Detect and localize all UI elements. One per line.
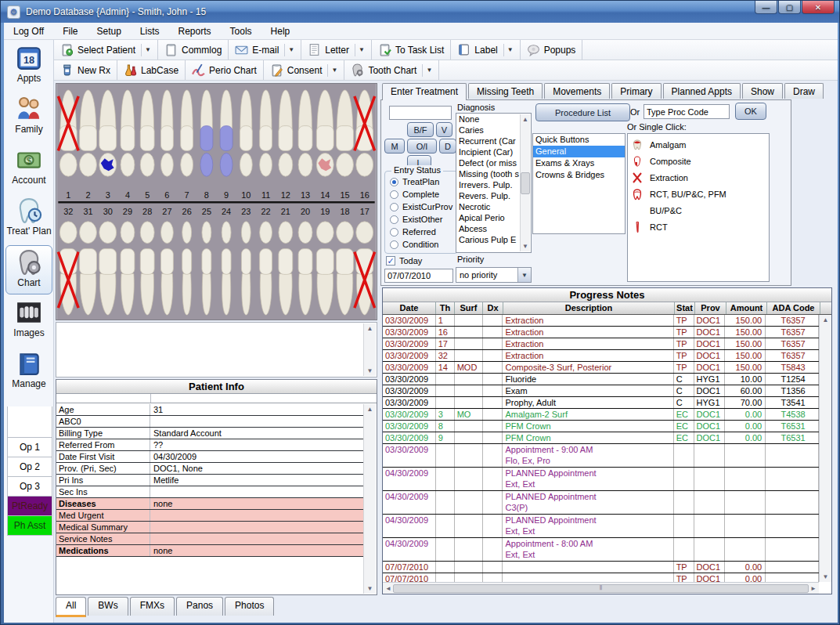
ok-button[interactable]: OK [735, 103, 766, 120]
chevron-down-icon[interactable]: ▼ [355, 44, 365, 56]
progress-note-row[interactable]: 07/07/2010TPDOC10.00 [383, 573, 819, 582]
popups-button[interactable]: Popups [521, 40, 583, 60]
image-tab-bws[interactable]: BWs [88, 597, 128, 616]
progress-note-row[interactable]: 03/30/2009FluorideCHYG110.00T1254 [383, 374, 819, 385]
patient-info-row-service-notes[interactable]: Service Notes [56, 533, 364, 545]
progress-note-row[interactable]: 03/30/20093MOAmalgam-2 SurfECDOC10.00T45… [383, 409, 819, 421]
progress-note-row[interactable]: 03/30/20098PFM CrownECDOC10.00T6531 [383, 421, 819, 432]
column-header-surf[interactable]: Surf [455, 302, 483, 314]
diagnosis-item[interactable]: Caries [456, 125, 521, 135]
patient-info-row-billing-type[interactable]: Billing TypeStandard Account [56, 428, 364, 439]
menu-setup[interactable]: Setup [87, 23, 130, 40]
chevron-down-icon[interactable]: ▼ [141, 44, 151, 56]
category-item[interactable]: Exams & Xrays [533, 157, 625, 169]
diagnosis-scrollbar[interactable]: ▲ ▼ [520, 114, 530, 251]
label-button[interactable]: Label▼ [451, 40, 520, 60]
radio-dot[interactable] [390, 203, 398, 211]
scroll-left-icon[interactable]: ◄ [385, 585, 391, 592]
column-header-ada-code[interactable]: ADA Code [767, 302, 820, 314]
radio-dot[interactable] [390, 228, 398, 237]
scroll-down-icon[interactable]: ▼ [367, 583, 373, 594]
appointments-scrollbar[interactable]: ▲ ▼ [363, 323, 376, 376]
progress-note-row[interactable]: 04/30/2009PLANNED Appointment Ext, Ext [383, 515, 819, 538]
diagnosis-item[interactable]: Necrotic [456, 201, 521, 212]
status-button-ptready[interactable]: PtReady [7, 497, 52, 516]
maximize-button[interactable]: ▢ [778, 1, 801, 14]
to-task-list-button[interactable]: To Task List [372, 40, 451, 60]
column-header-date[interactable]: Date [383, 302, 436, 314]
select-patient-button[interactable]: Select Patient▼ [54, 40, 158, 60]
perio-chart-button[interactable]: Perio Chart [186, 60, 264, 80]
column-header-dx[interactable]: Dx [483, 302, 503, 314]
labcase-button[interactable]: LabCase [117, 60, 186, 80]
radio-dot[interactable] [390, 215, 398, 224]
op-button-op3[interactable]: Op 3 [7, 477, 52, 497]
date-input[interactable] [384, 269, 453, 283]
menu-log-off[interactable]: Log Off [4, 23, 53, 40]
chevron-down-icon[interactable]: ▼ [422, 64, 432, 77]
patient-info-row-medical-summary[interactable]: Medical Summary [56, 522, 364, 533]
diagnosis-item[interactable]: Abcess [456, 223, 521, 234]
menu-file[interactable]: File [53, 23, 87, 40]
progress-note-row[interactable]: 03/30/200932ExtractionTPDOC1150.00T6357 [383, 350, 819, 362]
surface-button-bf[interactable]: B/F [407, 122, 434, 137]
new-rx-button[interactable]: New Rx [54, 60, 117, 80]
surface-button-d[interactable]: D [439, 139, 456, 154]
image-tab-fmxs[interactable]: FMXs [130, 597, 175, 616]
tab-primary[interactable]: Primary [611, 83, 661, 99]
progress-note-row[interactable]: 07/07/2010TPDOC10.00 [383, 562, 819, 573]
quick-button-rct-bu-p-c-pfm[interactable]: RCT, BU/P&C, PFM [628, 186, 769, 202]
radio-existother[interactable]: ExistOther [385, 213, 457, 226]
consent-button[interactable]: Consent▼ [264, 60, 345, 80]
tooth-chart[interactable]: 1234567891011121314151632313029282726252… [56, 83, 377, 320]
op-button-op1[interactable]: Op 1 [7, 438, 52, 457]
diagnosis-item[interactable]: Apical Perio [456, 212, 521, 223]
today-checkbox[interactable]: ✓ [386, 256, 395, 266]
progress-note-row[interactable]: 04/30/2009PLANNED Appointment Ext, Ext [383, 468, 819, 491]
progress-notes-vscrollbar[interactable]: ▲ ▼ [819, 315, 831, 582]
tooth-chart-button[interactable]: Tooth Chart▼ [344, 60, 439, 80]
patient-info-row-medications[interactable]: Medicationsnone [56, 545, 364, 557]
progress-note-row[interactable]: 03/30/200917ExtractionTPDOC1150.00T6357 [383, 338, 819, 350]
diagnosis-item[interactable]: None [456, 114, 521, 125]
chevron-down-icon[interactable]: ▼ [517, 268, 531, 282]
radio-complete[interactable]: Complete [385, 188, 457, 201]
menu-lists[interactable]: Lists [131, 23, 169, 40]
patient-info-row-abc0[interactable]: ABC0 [56, 416, 364, 428]
diagnosis-item[interactable]: Missing (tooth s [456, 168, 521, 179]
diagnosis-item[interactable]: Carious Pulp E [456, 234, 521, 245]
column-header-description[interactable]: Description [503, 302, 675, 314]
patient-info-row-pri-ins[interactable]: Pri InsMetlife [56, 475, 364, 486]
progress-note-row[interactable]: 03/30/20099PFM CrownECDOC10.00T6531 [383, 432, 819, 444]
progress-notes-hscrollbar[interactable]: ◄ ⦀ ► [383, 582, 819, 594]
patient-info-row-sec-ins[interactable]: Sec Ins [56, 486, 364, 498]
letter-button[interactable]: Letter▼ [301, 40, 372, 60]
diagnosis-item[interactable]: Defect (or miss [456, 157, 521, 168]
column-header-prov[interactable]: Prov [695, 302, 726, 314]
radio-condition[interactable]: Condition [385, 238, 457, 251]
quick-button-composite[interactable]: Composite [628, 153, 769, 169]
scroll-right-icon[interactable]: ► [810, 585, 817, 592]
progress-note-row[interactable]: 03/30/200914MODComposite-3 Surf, Posteri… [383, 362, 819, 374]
scroll-down-icon[interactable]: ▼ [823, 572, 829, 582]
progress-note-row[interactable]: 04/30/2009Appointment - 8:00 AM Ext, Ext [383, 538, 819, 562]
quick-button-rct[interactable]: RCT [628, 219, 769, 235]
sidebar-module-chart[interactable]: Chart [5, 245, 52, 294]
progress-note-row[interactable]: 04/30/2009PLANNED Appointment C3(P) [383, 491, 819, 515]
surface-button-m[interactable]: M [384, 139, 405, 154]
patient-info-row-age[interactable]: Age31 [56, 404, 364, 416]
quick-buttons-list[interactable]: AmalgamCompositeExtractionRCT, BU/P&C, P… [627, 133, 770, 282]
image-tab-panos[interactable]: Panos [176, 597, 223, 616]
menu-reports[interactable]: Reports [169, 23, 221, 40]
patient-info-scrollbar[interactable]: ▲ ▼ [363, 404, 376, 594]
column-header-amount[interactable]: Amount [726, 302, 767, 314]
radio-referred[interactable]: Referred [385, 226, 457, 238]
scroll-thumb[interactable] [521, 172, 530, 194]
procedure-list-button[interactable]: Procedure List [535, 103, 630, 121]
category-item[interactable]: Crowns & Bridges [533, 169, 625, 181]
progress-note-row[interactable]: 03/30/200916ExtractionTPDOC1150.00T6357 [383, 327, 819, 338]
scroll-up-icon[interactable]: ▲ [522, 114, 528, 125]
scroll-thumb[interactable]: ⦀ [393, 584, 809, 593]
surface-button-v[interactable]: V [436, 122, 452, 137]
sidebar-module-appts[interactable]: 18Appts [5, 42, 52, 91]
